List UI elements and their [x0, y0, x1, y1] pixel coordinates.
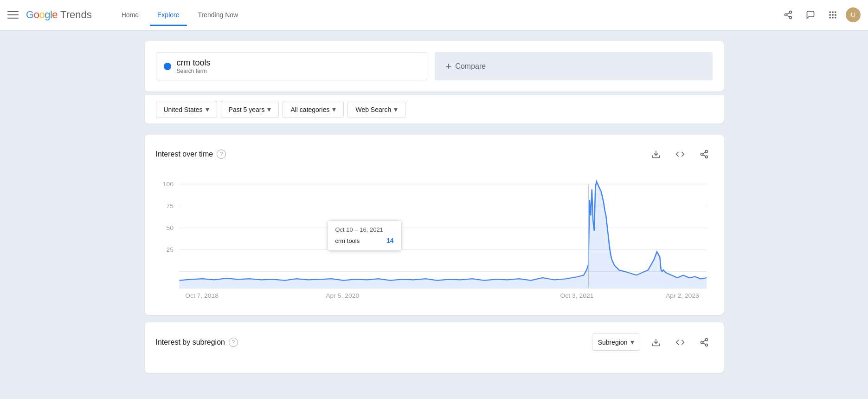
trends-wordmark: Trends: [60, 9, 92, 21]
svg-rect-5: [829, 12, 831, 13]
subregion-download-icon[interactable]: [648, 334, 664, 351]
user-avatar[interactable]: U: [846, 7, 861, 22]
svg-text:50: 50: [166, 225, 173, 231]
nav-trending[interactable]: Trending Now: [191, 7, 246, 22]
search-type-arrow-icon: ▾: [394, 105, 398, 114]
header-left: Google Trends Home Explore Trending Now: [7, 7, 779, 22]
embed-icon[interactable]: [672, 146, 688, 163]
subregion-filter-btn[interactable]: Subregion ▾: [592, 334, 640, 351]
search-section: crm tools Search term + Compare: [145, 41, 724, 92]
header-right: U: [779, 6, 861, 24]
chart-svg: 100 75 50 25 Oct 7, 2018 Apr 5, 2020 Oct…: [156, 174, 713, 304]
chart-card-header: Interest over time ?: [156, 146, 713, 163]
svg-point-2: [790, 16, 792, 19]
search-type-label: Web Search: [355, 106, 391, 113]
menu-icon[interactable]: [7, 9, 19, 20]
chart-title: Interest over time: [156, 150, 213, 158]
subregion-title: Interest by subregion: [156, 338, 225, 347]
compare-label: Compare: [455, 62, 486, 71]
subregion-embed-icon[interactable]: [672, 334, 688, 351]
interest-by-subregion-card: Interest by subregion ? Subregion ▾: [145, 322, 724, 373]
svg-point-37: [701, 341, 703, 343]
svg-point-36: [705, 338, 707, 340]
svg-point-15: [705, 150, 707, 153]
search-term-type: Search term: [177, 68, 211, 74]
svg-text:25: 25: [166, 247, 173, 253]
subregion-arrow-icon: ▾: [630, 338, 634, 347]
subregion-share-icon[interactable]: [696, 334, 713, 351]
svg-text:75: 75: [166, 203, 173, 209]
main-content: crm tools Search term + Compare United S…: [137, 30, 731, 384]
svg-point-0: [790, 11, 792, 13]
nav-explore[interactable]: Explore: [150, 7, 186, 22]
header: Google Trends Home Explore Trending Now: [0, 0, 868, 30]
svg-text:Oct 3, 2021: Oct 3, 2021: [560, 292, 593, 299]
term-color-dot: [164, 63, 171, 70]
chart-actions: [648, 146, 713, 163]
svg-point-1: [785, 14, 787, 16]
location-label: United States: [164, 106, 203, 113]
time-label: Past 5 years: [229, 106, 265, 113]
svg-line-39: [703, 343, 706, 344]
subregion-card-header: Interest by subregion ? Subregion ▾: [156, 334, 713, 351]
svg-rect-6: [832, 12, 833, 13]
main-nav: Home Explore Trending Now: [114, 7, 245, 22]
svg-line-40: [703, 340, 706, 341]
svg-rect-11: [829, 17, 831, 18]
svg-point-17: [705, 156, 707, 158]
feedback-icon[interactable]: [801, 6, 820, 24]
category-label: All categories: [290, 106, 329, 113]
svg-text:Apr 5, 2020: Apr 5, 2020: [326, 292, 359, 299]
svg-rect-12: [832, 17, 833, 18]
svg-text:Apr 2, 2023: Apr 2, 2023: [665, 292, 699, 299]
share-chart-icon[interactable]: [696, 146, 713, 163]
svg-rect-8: [829, 14, 831, 15]
chart-area[interactable]: 100 75 50 25 Oct 7, 2018 Apr 5, 2020 Oct…: [156, 174, 713, 304]
nav-home[interactable]: Home: [114, 7, 146, 22]
svg-text:Oct 7, 2018: Oct 7, 2018: [185, 292, 219, 299]
google-trends-logo[interactable]: Google Trends: [26, 9, 92, 21]
apps-icon[interactable]: [823, 6, 842, 24]
time-arrow-icon: ▾: [267, 105, 271, 114]
subregion-title-group: Interest by subregion ?: [156, 338, 238, 347]
search-term-name: crm tools: [177, 58, 211, 68]
category-arrow-icon: ▾: [332, 105, 336, 114]
svg-rect-9: [832, 14, 833, 15]
time-filter[interactable]: Past 5 years ▾: [221, 101, 279, 118]
compare-box[interactable]: + Compare: [435, 52, 713, 80]
svg-line-4: [787, 13, 790, 14]
interest-over-time-card: Interest over time ?: [145, 135, 724, 315]
svg-point-16: [701, 153, 703, 156]
svg-rect-10: [835, 14, 836, 15]
location-arrow-icon: ▾: [206, 105, 209, 114]
chart-help-icon[interactable]: ?: [217, 150, 226, 159]
term-info: crm tools Search term: [177, 58, 211, 74]
svg-line-18: [703, 155, 706, 156]
subregion-help-icon[interactable]: ?: [229, 338, 238, 347]
svg-rect-7: [835, 12, 836, 13]
google-wordmark: Google: [26, 9, 58, 21]
subregion-label: Subregion: [598, 339, 628, 346]
location-filter[interactable]: United States ▾: [156, 101, 217, 118]
filter-bar: United States ▾ Past 5 years ▾ All categ…: [145, 95, 724, 124]
compare-plus-icon: +: [446, 61, 452, 72]
download-icon[interactable]: [648, 146, 664, 163]
svg-text:100: 100: [162, 181, 173, 188]
subregion-actions: Subregion ▾: [592, 334, 713, 351]
search-term-box[interactable]: crm tools Search term: [156, 52, 427, 80]
svg-rect-13: [835, 17, 836, 18]
search-type-filter[interactable]: Web Search ▾: [347, 101, 405, 118]
share-icon[interactable]: [779, 6, 797, 24]
svg-point-38: [705, 344, 707, 346]
svg-line-19: [703, 152, 706, 153]
chart-title-group: Interest over time ?: [156, 150, 226, 159]
category-filter[interactable]: All categories ▾: [283, 101, 344, 118]
svg-line-3: [787, 15, 790, 17]
